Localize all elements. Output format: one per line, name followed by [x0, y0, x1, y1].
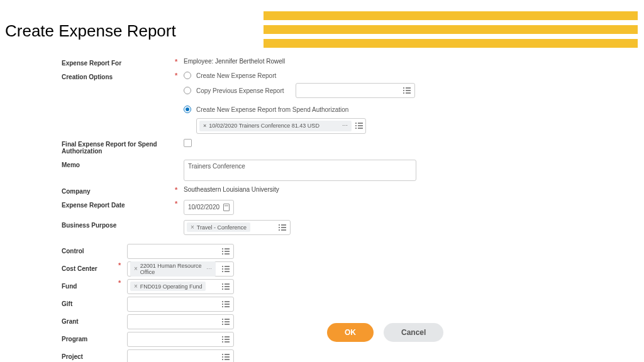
list-icon — [222, 266, 230, 272]
picker-cost-center[interactable]: ×22001 Human Resource Office⋯ — [127, 261, 234, 277]
remove-tag-icon[interactable]: × — [203, 123, 206, 129]
checkbox-final[interactable] — [184, 139, 192, 147]
list-icon — [279, 224, 286, 231]
picker-grant[interactable] — [127, 314, 234, 329]
value-date: 10/02/2020 — [188, 204, 219, 211]
label-gift: Gift — [62, 297, 118, 307]
remove-tag-icon[interactable]: × — [191, 224, 194, 231]
picker-control[interactable] — [127, 244, 234, 259]
label-company: Company — [62, 186, 175, 195]
label-memo: Memo — [62, 160, 175, 168]
ok-button[interactable]: OK — [327, 323, 374, 342]
radio-label-copy-previous: Copy Previous Expense Report — [196, 87, 284, 94]
remove-tag-icon[interactable]: × — [134, 283, 138, 290]
radio-create-new[interactable] — [184, 72, 191, 79]
required-marker: * — [175, 58, 180, 65]
label-program: Program — [62, 332, 118, 343]
more-icon[interactable]: ⋯ — [206, 266, 212, 272]
expense-form: Expense Report For * Employee: Jennifer … — [62, 58, 631, 362]
required-marker: * — [175, 200, 180, 207]
list-icon — [222, 319, 230, 325]
textarea-memo[interactable] — [184, 160, 416, 181]
label-business-purpose: Business Purpose — [62, 220, 175, 229]
list-icon — [403, 87, 411, 94]
tag-spend-auth: 10/02/2020 Trainers Conference 81.43 USD — [209, 123, 340, 129]
picker-program[interactable] — [127, 332, 234, 347]
list-icon — [355, 123, 363, 129]
value-employee: Employee: Jennifer Berthelot Rowell — [184, 58, 285, 65]
tag-cost-center: 22001 Human Resource Office — [140, 263, 204, 275]
label-creation-options: Creation Options — [62, 72, 175, 80]
list-icon — [222, 283, 230, 290]
label-fund: Fund — [62, 279, 118, 290]
more-icon[interactable]: ⋯ — [342, 123, 348, 129]
list-icon — [222, 301, 230, 307]
decorative-stripes — [264, 11, 638, 53]
page-title: Create Expense Report — [5, 21, 176, 41]
label-project: Project — [62, 349, 118, 360]
required-marker: * — [118, 279, 123, 287]
label-final-spend-auth: Final Expense Report for Spend Authoriza… — [62, 139, 175, 155]
remove-tag-icon[interactable]: × — [134, 265, 138, 272]
required-marker: * — [118, 261, 123, 269]
picker-business-purpose[interactable]: × Travel - Conference — [184, 220, 291, 235]
label-cost-center: Cost Center — [62, 261, 118, 272]
radio-label-create-new: Create New Expense Report — [196, 72, 276, 79]
list-icon — [222, 248, 230, 255]
required-marker: * — [175, 72, 180, 79]
label-control: Control — [62, 244, 118, 255]
label-grant: Grant — [62, 314, 118, 325]
list-icon — [222, 354, 230, 360]
tag-fund: FND019 Operating Fund — [140, 283, 203, 290]
picker-fund[interactable]: ×FND019 Operating Fund — [127, 279, 234, 294]
tag-business-purpose: Travel - Conference — [197, 224, 247, 231]
picker-project[interactable] — [127, 349, 234, 362]
list-icon — [222, 336, 230, 343]
picker-spend-authorization[interactable]: × 10/02/2020 Trainers Conference 81.43 U… — [196, 118, 366, 134]
label-date: Expense Report Date — [62, 200, 175, 209]
input-date[interactable]: 10/02/2020 — [184, 200, 234, 215]
label-expense-report-for: Expense Report For — [62, 58, 175, 67]
radio-label-from-spend-auth: Create New Expense Report from Spend Aut… — [196, 106, 348, 113]
required-marker: * — [175, 186, 180, 194]
radio-from-spend-auth[interactable] — [184, 106, 191, 113]
picker-previous-report[interactable] — [296, 83, 415, 98]
radio-copy-previous[interactable] — [184, 87, 191, 94]
cancel-button[interactable]: Cancel — [384, 323, 443, 342]
calendar-icon — [223, 204, 230, 211]
picker-gift[interactable] — [127, 297, 234, 312]
value-company: Southeastern Louisiana University — [184, 186, 279, 193]
